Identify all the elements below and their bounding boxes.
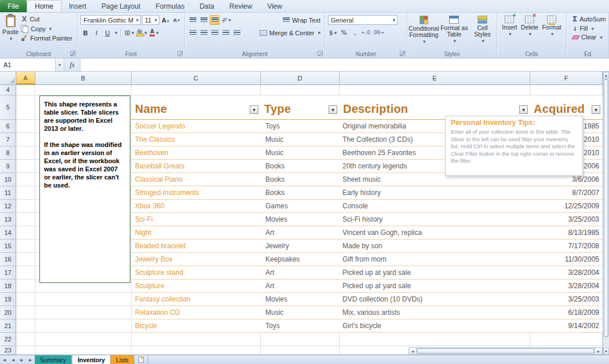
- cell-type[interactable]: Books: [265, 186, 336, 199]
- filter-button[interactable]: ▼: [519, 105, 528, 114]
- insert-worksheet-button[interactable]: [134, 355, 148, 364]
- cell-acquired[interactable]: 3/25/2003: [531, 213, 599, 226]
- cell-type[interactable]: Art: [265, 266, 336, 279]
- clear-button[interactable]: Clear ▼: [571, 34, 608, 41]
- column-header-c[interactable]: C: [132, 72, 261, 84]
- cell-name[interactable]: Bicycle: [135, 319, 257, 332]
- align-top-button[interactable]: [188, 15, 198, 25]
- tab-formulas[interactable]: Formulas: [148, 0, 192, 12]
- column-header-f[interactable]: F: [530, 72, 603, 84]
- merge-center-button[interactable]: Merge & Center ▼: [258, 30, 322, 36]
- cell-type[interactable]: Music: [265, 133, 336, 146]
- align-right-button[interactable]: [210, 28, 220, 38]
- column-header-d[interactable]: D: [261, 72, 340, 84]
- font-name-select[interactable]: Franklin Gothic M ▼: [81, 15, 141, 25]
- shrink-font-button[interactable]: A ▼: [172, 15, 181, 25]
- column-header-e[interactable]: E: [340, 72, 530, 84]
- dialog-launcher-icon[interactable]: [318, 51, 323, 56]
- sheet-tab-summary[interactable]: Summary: [35, 355, 72, 364]
- cell-name[interactable]: Sculpture stand: [135, 266, 257, 279]
- scroll-right-button[interactable]: ▶: [595, 348, 602, 354]
- name-box-dropdown-icon[interactable]: ▼: [56, 58, 64, 71]
- font-size-select[interactable]: 11 ▼: [142, 15, 159, 25]
- cell-type[interactable]: Music: [265, 306, 336, 319]
- increase-decimal-button[interactable]: ←.0: [361, 28, 371, 38]
- decrease-decimal-button[interactable]: .00→: [372, 28, 384, 38]
- previous-sheet-button[interactable]: ◀: [9, 355, 17, 364]
- cell-acquired[interactable]: 8/13/1985: [531, 226, 599, 239]
- row-header-6[interactable]: 6: [0, 120, 16, 133]
- decrease-indent-button[interactable]: [221, 28, 231, 38]
- cell-acquired[interactable]: 12/25/2009: [531, 200, 599, 212]
- cell-type[interactable]: Music: [265, 146, 336, 159]
- row-header-23[interactable]: 23: [0, 346, 16, 355]
- filter-button[interactable]: ▼: [250, 105, 258, 114]
- cell-type[interactable]: Toys: [265, 120, 336, 133]
- cell-description[interactable]: Girl's bicycle: [342, 319, 527, 332]
- increase-indent-button[interactable]: [232, 28, 242, 38]
- cell-type[interactable]: Toys: [265, 319, 336, 332]
- cell-description[interactable]: Picked up at yard sale: [342, 266, 527, 279]
- cell-styles-button[interactable]: Cell Styles ▼: [469, 14, 495, 49]
- row-header-17[interactable]: 17: [0, 266, 16, 280]
- cell-description[interactable]: Sci-Fi history: [342, 213, 527, 226]
- horizontal-scrollbar[interactable]: ◀ ▶: [409, 347, 603, 355]
- row-header-19[interactable]: 19: [0, 293, 16, 306]
- cell-acquired[interactable]: 3/28/2004: [531, 280, 599, 292]
- cell-name[interactable]: Sculpture: [135, 280, 257, 292]
- cell-type[interactable]: Movies: [265, 213, 336, 226]
- row-header-18[interactable]: 18: [0, 280, 16, 293]
- cell-type[interactable]: Art: [265, 226, 336, 239]
- cell-name[interactable]: Fantasy collection: [135, 293, 257, 306]
- scroll-up-button[interactable]: ▲: [603, 72, 609, 79]
- cut-button[interactable]: Cut: [20, 16, 74, 23]
- row-header-10[interactable]: 10: [0, 173, 16, 186]
- cell-type[interactable]: Jewelry: [265, 240, 336, 252]
- italic-button[interactable]: I: [92, 28, 101, 38]
- autosum-button[interactable]: Σ AutoSum ▼: [571, 15, 608, 23]
- scroll-down-button[interactable]: ▼: [603, 348, 609, 355]
- filter-button[interactable]: ▼: [329, 105, 337, 114]
- formula-input[interactable]: [81, 58, 609, 71]
- cell-type[interactable]: Books: [265, 160, 336, 172]
- row-header-7[interactable]: 7: [0, 133, 16, 146]
- delete-cells-button[interactable]: Delete ▼: [521, 14, 538, 49]
- cell-name[interactable]: Classical Piano: [135, 173, 257, 186]
- cell-type[interactable]: Books: [265, 173, 336, 186]
- row-header-20[interactable]: 20: [0, 306, 16, 319]
- cell-type[interactable]: Movies: [265, 293, 336, 306]
- wrap-text-button[interactable]: Wrap Text: [282, 17, 322, 24]
- row-header-8[interactable]: 8: [0, 146, 16, 160]
- cell-description[interactable]: Vincent van Gogh, replica: [342, 226, 527, 239]
- cell-description[interactable]: Made by son: [342, 240, 527, 252]
- select-all-button[interactable]: [0, 72, 16, 85]
- cell-type[interactable]: Art: [265, 280, 336, 292]
- insert-function-button[interactable]: fx: [64, 58, 81, 71]
- cell-name[interactable]: The Classics: [135, 133, 257, 146]
- sheet-tab-inventory[interactable]: Inventory: [72, 355, 111, 364]
- row-header-13[interactable]: 13: [0, 213, 16, 226]
- cell-name[interactable]: Night: [135, 226, 257, 239]
- cell-description[interactable]: DVD collection (10 DVDs): [342, 293, 527, 306]
- borders-button[interactable]: ⊞ ▼: [124, 28, 135, 38]
- percent-style-button[interactable]: %: [339, 28, 349, 38]
- row-header-12[interactable]: 12: [0, 200, 16, 213]
- row-header-9[interactable]: 9: [0, 160, 16, 173]
- format-painter-button[interactable]: Format Painter: [20, 35, 74, 42]
- cell-description[interactable]: Mix, various artists: [342, 306, 527, 319]
- tab-review[interactable]: Review: [222, 0, 260, 12]
- row-header-11[interactable]: 11: [0, 186, 16, 200]
- cell-acquired[interactable]: 11/30/2005: [531, 253, 599, 266]
- cell-acquired[interactable]: 3/25/2003: [531, 293, 599, 306]
- cell-acquired[interactable]: 6/18/2009: [531, 306, 599, 319]
- tab-data[interactable]: Data: [192, 0, 221, 12]
- dialog-launcher-icon[interactable]: [70, 51, 75, 56]
- name-box[interactable]: A1: [0, 58, 56, 71]
- underline-button[interactable]: U: [103, 28, 112, 38]
- number-format-select[interactable]: General ▼: [328, 15, 398, 25]
- grow-font-button[interactable]: A ▲: [161, 15, 170, 25]
- cell-description[interactable]: Early history: [342, 186, 527, 199]
- comma-style-button[interactable]: ,: [350, 28, 360, 38]
- row-header-22[interactable]: 22: [0, 333, 16, 346]
- cell-type[interactable]: Keepsakes: [265, 253, 336, 266]
